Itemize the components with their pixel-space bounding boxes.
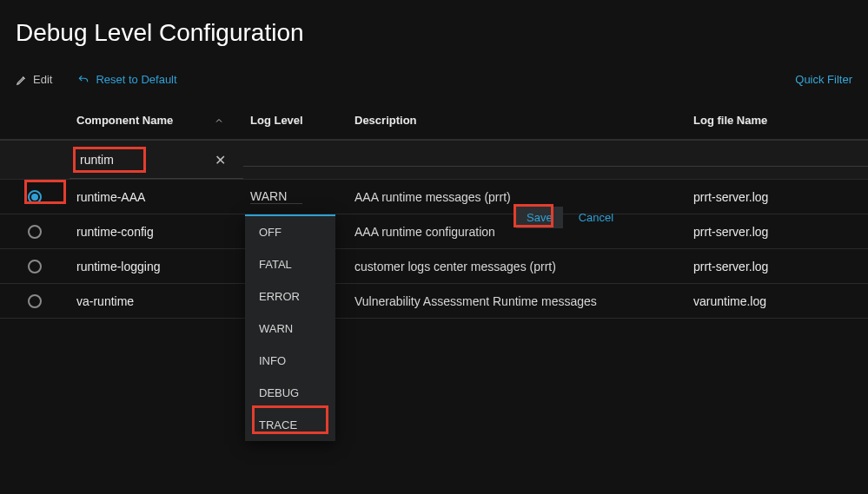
loglevel-dropdown: OFFFATALERRORWARNINFODEBUGTRACE <box>245 214 335 441</box>
dropdown-option-warn[interactable]: WARN <box>245 313 335 345</box>
dropdown-option-error[interactable]: ERROR <box>245 280 335 313</box>
dropdown-option-debug[interactable]: DEBUG <box>245 377 335 409</box>
dropdown-option-info[interactable]: INFO <box>245 345 335 377</box>
save-button[interactable]: Save <box>516 207 563 228</box>
row-radio[interactable] <box>28 294 42 308</box>
row-radio[interactable] <box>28 260 42 273</box>
logfile-cell: prrt-server.log <box>686 216 868 247</box>
edit-label: Edit <box>33 73 52 86</box>
sort-asc-icon <box>214 115 224 126</box>
table-row: va-runtimeVulnerability Assessment Runti… <box>0 284 868 319</box>
loglevel-cell[interactable]: WARN <box>243 181 348 213</box>
row-radio[interactable] <box>28 190 42 204</box>
col-description[interactable]: Description <box>348 102 686 139</box>
reset-label: Reset to Default <box>96 73 176 86</box>
table-header: Component Name Log Level Description Log… <box>0 102 868 141</box>
table-row: runtime-configAAA runtime configurationp… <box>0 214 868 249</box>
undo-icon <box>76 74 90 86</box>
component-cell: runtime-AAA <box>70 181 243 213</box>
page-title: Debug Level Configuration <box>0 0 868 73</box>
dropdown-option-trace[interactable]: TRACE <box>245 409 335 441</box>
component-cell: runtime-logging <box>70 251 243 282</box>
component-filter-input[interactable] <box>76 148 204 172</box>
component-cell: runtime-config <box>70 216 243 247</box>
table-row: runtime-AAAWARNAAA runtime messages (prr… <box>0 180 868 214</box>
description-cell: customer logs center messages (prrt) <box>348 251 686 282</box>
pencil-icon <box>16 74 28 86</box>
description-cell: Vulnerability Assessment Runtime message… <box>348 286 686 317</box>
toolbar: Edit Reset to Default Quick Filter <box>0 73 868 102</box>
logfile-cell: prrt-server.log <box>686 181 868 213</box>
edit-button[interactable]: Edit <box>16 73 52 86</box>
col-logfile[interactable]: Log file Name <box>686 102 868 139</box>
quick-filter-button[interactable]: Quick Filter <box>795 73 852 86</box>
save-cancel-group: Save Cancel <box>516 207 620 228</box>
logfile-cell: varuntime.log <box>686 286 868 317</box>
clear-filter-icon[interactable]: ✕ <box>204 152 236 168</box>
component-cell: va-runtime <box>70 286 243 317</box>
dropdown-option-off[interactable]: OFF <box>245 216 335 248</box>
col-loglevel[interactable]: Log Level <box>243 102 348 139</box>
table-row: runtime-loggingcustomer logs center mess… <box>0 249 868 284</box>
reset-button[interactable]: Reset to Default <box>76 73 176 86</box>
log-table: Component Name Log Level Description Log… <box>0 102 868 319</box>
filter-row: ✕ <box>0 141 868 180</box>
cancel-button[interactable]: Cancel <box>572 207 620 228</box>
col-component[interactable]: Component Name <box>70 102 243 139</box>
row-radio[interactable] <box>28 225 42 239</box>
dropdown-option-fatal[interactable]: FATAL <box>245 248 335 280</box>
logfile-cell: prrt-server.log <box>686 251 868 282</box>
